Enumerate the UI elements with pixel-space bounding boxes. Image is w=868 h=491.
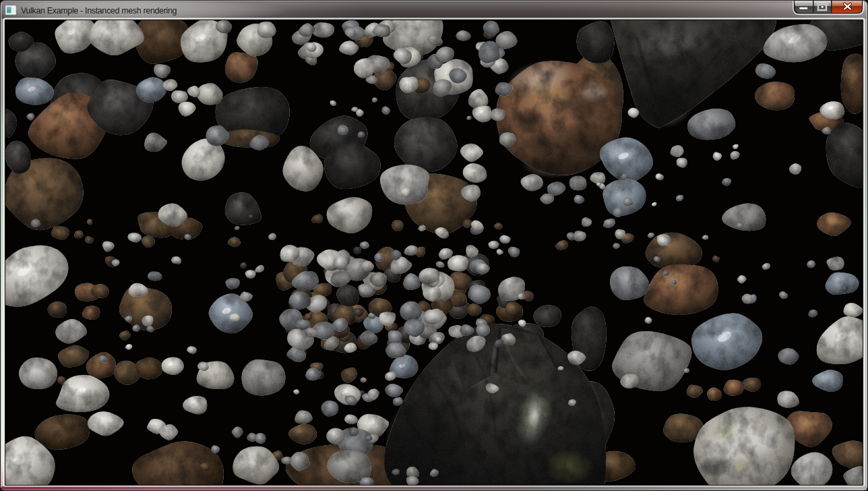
svg-text:Vulkan Example - Instanced mes: Vulkan Example - Instanced mesh renderin… xyxy=(21,6,177,16)
